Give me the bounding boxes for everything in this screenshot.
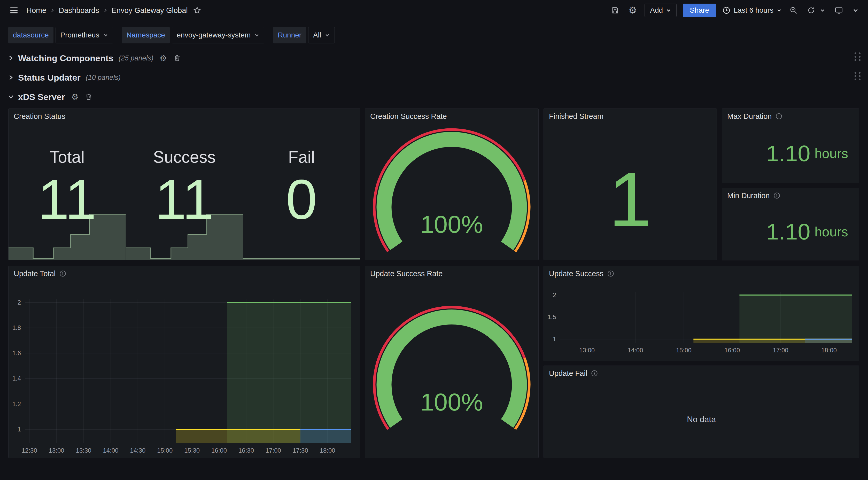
stat-unit: hours (814, 146, 848, 161)
menu-icon[interactable] (8, 4, 20, 16)
row-drag-handle[interactable] (855, 53, 861, 61)
row-delete-trash-icon[interactable] (173, 54, 181, 62)
panel-header[interactable]: Max Duration (722, 109, 859, 124)
svg-text:1.2: 1.2 (12, 400, 21, 408)
gauge-panel-body: 100% (365, 124, 538, 260)
time-range-label: Last 6 hours (734, 6, 773, 14)
star-icon[interactable] (191, 5, 203, 16)
svg-text:16:00: 16:00 (211, 447, 227, 454)
stat-panel-body: 1.10 hours (722, 124, 859, 183)
chevron-right-icon (50, 8, 55, 13)
runner-select[interactable]: All (308, 27, 335, 43)
panel-header[interactable]: Update Success (544, 266, 859, 281)
chevron-right-icon (8, 55, 14, 61)
svg-text:1.5: 1.5 (548, 313, 556, 320)
chevron-down-icon (254, 33, 259, 38)
svg-text:15:00: 15:00 (676, 347, 691, 354)
add-button[interactable]: Add (645, 4, 677, 17)
chevron-down-icon (8, 94, 14, 100)
row-delete-trash-icon[interactable] (85, 93, 92, 101)
no-data-text: No data (544, 381, 859, 458)
svg-text:13:30: 13:30 (76, 447, 91, 454)
navbar-collapse-chevron-icon[interactable] (851, 6, 860, 15)
row-settings-gear-icon[interactable]: ⚙ (71, 93, 79, 101)
row-panel-count: (10 panels) (86, 73, 121, 82)
panel-title: Update Success Rate (370, 269, 442, 278)
svg-text:1.6: 1.6 (12, 350, 21, 357)
panel-header[interactable]: Update Total (8, 266, 360, 281)
dashboard-variables: datasource Prometheus Namespace envoy-ga… (8, 27, 868, 43)
zoom-out-icon[interactable] (788, 5, 799, 16)
stat-value: 11 (126, 171, 243, 228)
panel-header[interactable]: Update Success Rate (365, 266, 538, 281)
gear-icon[interactable]: ⚙ (627, 4, 638, 17)
breadcrumb-current: Envoy Gateway Global (112, 6, 188, 15)
svg-text:16:00: 16:00 (724, 347, 740, 354)
panel-max-duration: Max Duration 1.10 hours (722, 109, 859, 183)
variable-value: Prometheus (60, 31, 99, 39)
row-drag-handle[interactable] (855, 72, 861, 80)
save-icon[interactable] (610, 5, 621, 16)
row-watching-components[interactable]: Watching Components (25 panels) ⚙ (8, 51, 861, 65)
breadcrumb: Home Dashboards Envoy Gateway Global (26, 5, 203, 16)
panel-finished-stream: Finished Stream 1 (544, 109, 717, 260)
stat-success: Success 11 (126, 124, 243, 260)
panel-header[interactable]: Finished Stream (544, 109, 717, 124)
panel-title: Update Total (14, 269, 56, 278)
info-icon[interactable] (775, 113, 782, 120)
panel-header[interactable]: Min Duration (722, 188, 859, 203)
svg-text:14:30: 14:30 (130, 447, 146, 454)
panel-header[interactable]: Creation Success Rate (365, 109, 538, 124)
panel-creation-status: Creation Status Total 11 Success 11 Fail… (8, 109, 361, 260)
panel-header[interactable]: Creation Status (8, 109, 360, 124)
info-icon[interactable] (59, 270, 66, 277)
svg-text:100%: 100% (420, 211, 483, 238)
share-button[interactable]: Share (683, 4, 716, 17)
svg-text:12:30: 12:30 (22, 447, 37, 454)
timeseries-panel-body: 11.5213:0014:0015:0016:0017:0018:00 (544, 281, 859, 361)
time-range-picker[interactable]: Last 6 hours (722, 6, 782, 14)
stat-fail: Fail 0 (243, 124, 360, 260)
share-label: Share (690, 6, 709, 14)
chevron-right-icon (8, 74, 14, 81)
panel-min-duration: Min Duration 1.10 hours (722, 188, 859, 261)
info-icon[interactable] (773, 192, 780, 199)
refresh-icon[interactable] (805, 5, 817, 16)
stat-unit: hours (814, 224, 848, 239)
breadcrumb-dashboards[interactable]: Dashboards (59, 6, 99, 15)
variable-runner: Runner All (273, 27, 335, 43)
panel-title: Finished Stream (549, 112, 603, 121)
panel-title: Min Duration (727, 191, 770, 200)
row-status-updater[interactable]: Status Updater (10 panels) (8, 70, 861, 85)
breadcrumb-home[interactable]: Home (26, 6, 46, 15)
namespace-select[interactable]: envoy-gateway-system (172, 27, 264, 43)
variable-datasource: datasource Prometheus (8, 27, 113, 43)
kiosk-monitor-icon[interactable] (833, 4, 845, 16)
stat-panel-body: Total 11 Success 11 Fail 0 (8, 124, 360, 260)
no-data-body: No data (544, 381, 859, 458)
svg-text:13:00: 13:00 (579, 347, 595, 354)
top-navbar: Home Dashboards Envoy Gateway Global ⚙ A… (0, 0, 868, 21)
svg-text:17:00: 17:00 (773, 347, 788, 354)
navbar-actions: ⚙ Add Share Last 6 hours (610, 4, 860, 17)
stat-value: 1.10 (766, 140, 810, 167)
gauge-chart: 100% (365, 281, 538, 458)
refresh-interval-chevron-icon[interactable] (818, 6, 827, 14)
stat-label: Success (126, 148, 243, 167)
row-xds-server[interactable]: xDS Server ⚙ (8, 90, 861, 104)
stat-panel-body: 1.10 hours (722, 203, 859, 260)
stat-label: Fail (243, 148, 360, 167)
svg-text:1: 1 (18, 426, 21, 433)
variable-value: All (313, 31, 321, 39)
chevron-down-icon (325, 33, 330, 38)
info-icon[interactable] (591, 370, 598, 377)
panel-header[interactable]: Update Fail (544, 366, 859, 381)
panel-update-fail: Update Fail No data (544, 365, 859, 458)
row-settings-gear-icon[interactable]: ⚙ (160, 54, 167, 62)
datasource-select[interactable]: Prometheus (56, 27, 113, 43)
svg-text:17:30: 17:30 (293, 447, 308, 454)
timeseries-chart[interactable]: 11.21.41.61.8212:3013:0013:3014:0014:301… (8, 281, 360, 458)
info-icon[interactable] (607, 270, 614, 277)
timeseries-chart[interactable]: 11.5213:0014:0015:0016:0017:0018:00 (544, 281, 859, 361)
svg-text:1.8: 1.8 (12, 324, 21, 331)
